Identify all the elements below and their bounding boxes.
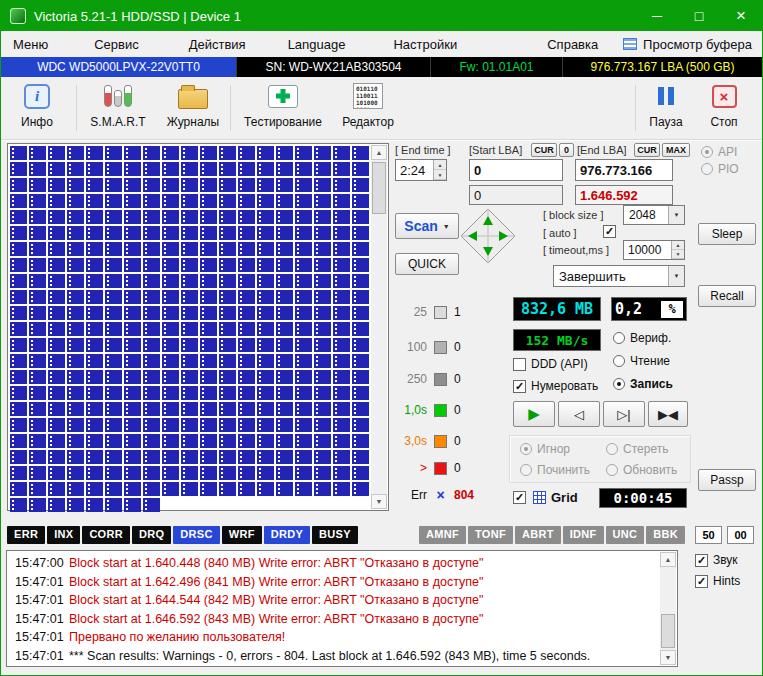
maximize-button[interactable]: □ (678, 1, 720, 31)
speed-threshold-label: 3,0s (391, 434, 427, 448)
scan-block (219, 194, 236, 208)
scan-block (181, 146, 198, 160)
menu-item-5[interactable]: Справка (537, 34, 608, 55)
menu-item-4[interactable]: Настройки (383, 34, 467, 55)
scan-block (352, 146, 369, 160)
scroll-down-icon[interactable]: ▼ (371, 494, 387, 509)
scan-block (105, 402, 122, 416)
scan-block (314, 450, 331, 464)
scan-block (219, 162, 236, 176)
seek-dpad[interactable] (459, 207, 517, 265)
scan-block (29, 274, 46, 288)
step-back-button[interactable]: ◁ (558, 401, 600, 427)
editor-button[interactable]: 010110 110011 101000 0001 Редактор (337, 81, 399, 137)
start-cur-button[interactable]: CUR (531, 143, 557, 157)
stop-button[interactable]: × Стоп (699, 81, 749, 137)
scan-block (86, 434, 103, 448)
numerate-checkbox[interactable]: Нумеровать (513, 379, 598, 393)
scan-block (162, 178, 179, 192)
start-lba-input[interactable]: 0 (469, 159, 563, 181)
binary-icon: 010110 110011 101000 0001 (353, 83, 383, 109)
menu-item-2[interactable]: Действия (179, 34, 256, 55)
scan-block (48, 354, 65, 368)
block-count: 0 (454, 461, 461, 475)
test-button[interactable]: Тестирование (237, 81, 329, 137)
scroll-up-icon[interactable]: ▲ (371, 145, 387, 160)
speed-swatch (434, 404, 447, 417)
scan-block (276, 194, 293, 208)
scan-block (238, 226, 255, 240)
log-scrollbar[interactable]: ▲ ▼ (660, 552, 676, 665)
info-label: Инфо (21, 115, 53, 129)
scan-block (124, 466, 141, 480)
close-button[interactable]: × (720, 1, 762, 31)
quick-button[interactable]: QUICK (395, 253, 459, 275)
sound-checkbox[interactable]: Звук (695, 553, 761, 567)
device-model[interactable]: WDC WD5000LPVX-22V0TT0 (1, 57, 237, 77)
end-cur-button[interactable]: CUR (634, 143, 660, 157)
scan-block (162, 418, 179, 432)
scan-block (200, 370, 217, 384)
scan-block (200, 258, 217, 272)
mode-read-radio[interactable]: Чтение (613, 354, 670, 368)
menu-item-0[interactable]: Меню (3, 34, 58, 55)
info-button[interactable]: i Инфо (9, 81, 65, 137)
scan-block (162, 274, 179, 288)
sleep-button[interactable]: Sleep (698, 223, 756, 245)
scan-block (314, 242, 331, 256)
block-size-select[interactable]: 2048 ▼ (623, 205, 685, 225)
minimize-button[interactable]: ─ (636, 1, 678, 31)
pause-button[interactable]: Пауза (641, 81, 691, 137)
recall-button[interactable]: Recall (698, 285, 756, 307)
menu-item-3[interactable]: Language (278, 34, 356, 55)
auto-checkbox[interactable] (603, 225, 616, 238)
mode-verify-radio[interactable]: Вериф. (613, 331, 671, 345)
scroll-down-icon[interactable]: ▼ (660, 650, 676, 665)
auto-label: [ auto ] (543, 227, 577, 239)
scan-button[interactable]: Scan▼ (395, 213, 459, 239)
scan-block (124, 306, 141, 320)
smart-button[interactable]: S.M.A.R.T (83, 81, 153, 137)
start-zero-button[interactable]: 0 (559, 143, 574, 157)
scan-block (238, 194, 255, 208)
on-end-action-select[interactable]: Завершить ▼ (553, 265, 685, 287)
end-time-spinner[interactable]: 2:24 ▲▼ (395, 159, 447, 181)
scan-block (48, 450, 65, 464)
status-badge-busy: BUSY (312, 526, 358, 544)
scan-block (352, 290, 369, 304)
scan-block (238, 418, 255, 432)
scan-block (295, 466, 312, 480)
passp-button[interactable]: Passp (698, 469, 756, 491)
end-lba-input[interactable]: 976.773.166 (575, 159, 673, 181)
scan-grid-panel: ▲ ▼ (7, 143, 389, 511)
ddd-api-checkbox[interactable]: DDD (API) (513, 357, 588, 371)
scan-block (181, 306, 198, 320)
buffer-view-button[interactable]: Просмотр буфера (623, 37, 752, 52)
seek-next-button[interactable]: ▷| (603, 401, 645, 427)
meet-button[interactable]: ▶◀ (648, 401, 688, 427)
end-max-button[interactable]: MAX (662, 143, 690, 157)
grid-scrollbar[interactable]: ▲ ▼ (371, 145, 387, 509)
scan-block (276, 450, 293, 464)
logs-button[interactable]: Журналы (161, 81, 225, 137)
window-controls: ─ □ × (636, 1, 762, 31)
scan-block (276, 370, 293, 384)
grid-checkbox[interactable] (513, 491, 526, 504)
scroll-up-icon[interactable]: ▲ (660, 552, 676, 567)
start-test-button[interactable]: ▶ (513, 401, 555, 427)
scan-block (124, 162, 141, 176)
hints-checkbox[interactable]: Hints (695, 574, 761, 588)
scan-block (86, 194, 103, 208)
scrollbar-thumb[interactable] (372, 162, 386, 214)
status-badges-left: ERRINXCORRDRQDRSCWRFDRDYBUSY (7, 526, 358, 544)
mode-write-radio[interactable]: Запись (613, 377, 673, 391)
scan-block (67, 466, 84, 480)
scan-block (143, 258, 160, 272)
timeout-spinner[interactable]: 10000 ▲▼ (623, 240, 685, 260)
scan-block (48, 466, 65, 480)
scan-block (200, 402, 217, 416)
menu-item-1[interactable]: Сервис (84, 34, 149, 55)
scan-block (333, 242, 350, 256)
defect-action-panel: Игнор Стереть Починить Обновить (509, 435, 691, 483)
scrollbar-thumb[interactable] (661, 614, 675, 648)
